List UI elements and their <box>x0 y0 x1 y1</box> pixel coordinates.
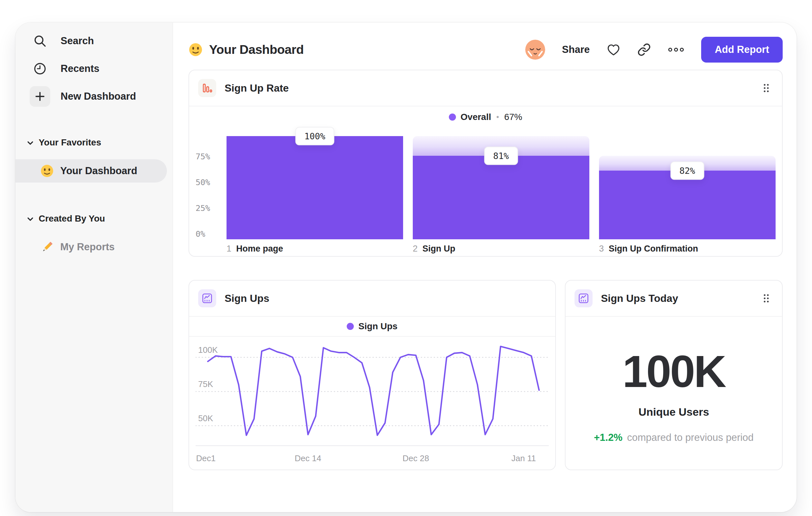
funnel-step-label: 1 Home page <box>227 244 403 254</box>
pencil-emoji <box>40 240 54 254</box>
bar-chart-icon <box>198 79 216 97</box>
line-x-axis: Dec1Dec 14Dec 28Jan 11 <box>196 449 549 467</box>
slightly-smiling-face-emoji <box>40 164 54 178</box>
funnel-chart: 75%50%25%0% 100% 1 Home page <box>189 136 782 254</box>
sign-ups-today-card: Sign Ups Today 100K Unique Users +1.2% c… <box>565 280 783 470</box>
sidebar-item-new-dashboard[interactable]: New Dashboard <box>16 83 172 110</box>
relieved-face-avatar[interactable] <box>525 40 545 60</box>
chevron-down-icon <box>27 214 33 224</box>
line-x-tick: Dec 28 <box>402 454 429 463</box>
dashboard-header: Your Dashboard Share Add Report <box>188 34 783 65</box>
kpi-value: 100K <box>622 349 725 394</box>
kpi-delta-value: +1.2% <box>594 432 622 443</box>
line-y-tick: 50K <box>198 413 213 424</box>
step-name: Sign Up <box>423 244 455 254</box>
funnel-value-tooltip: 100% <box>295 127 334 145</box>
sign-up-rate-card-header: Sign Up Rate <box>189 70 782 106</box>
sign-ups-card: Sign Ups Sign Ups 100K75K50K Dec1Dec 14D… <box>188 280 556 470</box>
step-name: Home page <box>236 244 283 254</box>
bottom-row: Sign Ups Sign Ups 100K75K50K Dec1Dec 14D… <box>188 280 783 470</box>
legend-separator: • <box>496 113 499 121</box>
step-index: 1 <box>227 244 231 254</box>
step-index: 3 <box>599 244 604 254</box>
funnel-y-tick: 25% <box>196 203 210 213</box>
line-legend[interactable]: Sign Ups <box>189 317 555 337</box>
sidebar-item-my-reports[interactable]: My Reports <box>16 236 167 259</box>
funnel-value-tooltip: 81% <box>484 146 518 165</box>
page-title: Your Dashboard <box>188 43 303 57</box>
legend-dot <box>347 323 354 330</box>
sign-ups-card-header: Sign Ups <box>189 280 555 317</box>
created-by-you-section-header[interactable]: Created By You <box>16 214 172 224</box>
funnel-step-label: 3 Sign Up Confirmation <box>599 244 776 254</box>
line-y-tick: 75K <box>198 379 213 389</box>
legend-label: Overall <box>460 112 491 122</box>
card-title: Sign Ups Today <box>601 293 678 304</box>
kpi-label: Unique Users <box>638 406 709 418</box>
link-icon[interactable] <box>637 43 651 56</box>
funnel-y-tick: 0% <box>196 229 205 239</box>
line-x-tick: Jan 11 <box>511 454 536 463</box>
drag-handle-icon[interactable] <box>759 291 773 306</box>
heart-icon[interactable] <box>606 43 620 56</box>
funnel-step-sign-up-confirmation[interactable]: 82% 3 Sign Up Confirmation <box>599 136 776 254</box>
sidebar-item-label: Your Dashboard <box>60 165 137 177</box>
sidebar-item-label: Recents <box>61 63 99 75</box>
sidebar-item-label: Search <box>61 35 94 47</box>
funnel-y-axis: 75%50%25%0% <box>196 136 217 239</box>
chevron-down-icon <box>27 137 33 148</box>
step-name: Sign Up Confirmation <box>609 244 698 254</box>
line-chart[interactable]: 100K75K50K <box>189 337 555 449</box>
sidebar-item-label: My Reports <box>60 241 115 253</box>
funnel-value-tooltip: 82% <box>671 162 704 180</box>
section-title: Your Favorites <box>39 137 101 148</box>
line-y-tick: 100K <box>198 345 218 355</box>
clock-icon <box>30 58 50 79</box>
main-content: Your Dashboard Share Add Report <box>173 23 796 512</box>
sign-ups-line <box>208 346 539 435</box>
step-index: 2 <box>413 244 417 254</box>
line-x-tick: Dec 14 <box>295 454 321 463</box>
ellipsis-icon[interactable] <box>668 47 685 52</box>
funnel-bar <box>227 136 403 239</box>
sign-up-rate-card: Sign Up Rate Overall • 67% 75%50%25%0% 1… <box>188 70 783 257</box>
drag-handle-icon[interactable] <box>759 81 773 96</box>
funnel-legend[interactable]: Overall • 67% <box>189 108 782 126</box>
sign-ups-today-card-header: Sign Ups Today <box>566 280 782 317</box>
kpi-delta: +1.2% compared to previous period <box>594 432 754 443</box>
funnel-step-sign-up[interactable]: 81% 2 Sign Up <box>413 136 589 254</box>
funnel-bar <box>599 171 776 239</box>
section-title: Created By You <box>39 214 105 224</box>
funnel-y-tick: 75% <box>196 152 210 161</box>
kpi-body: 100K Unique Users +1.2% compared to prev… <box>566 317 782 443</box>
line-chart-icon <box>198 289 216 307</box>
sidebar: Search Recents New Dashboard Your Favori… <box>16 23 173 512</box>
line-chart-icon <box>575 289 592 307</box>
page-title-text: Your Dashboard <box>209 43 303 57</box>
card-title: Sign Ups <box>225 293 269 304</box>
plus-icon <box>30 86 50 107</box>
funnel-step-home-page[interactable]: 100% 1 Home page <box>227 136 403 254</box>
legend-value: 67% <box>504 112 522 122</box>
sidebar-section-created-by-you: Created By You My Reports <box>16 214 172 259</box>
line-x-tick: Dec1 <box>196 454 216 463</box>
header-actions: Share Add Report <box>525 37 783 62</box>
share-button[interactable]: Share <box>562 44 590 55</box>
favorites-section-header[interactable]: Your Favorites <box>16 137 172 148</box>
card-title: Sign Up Rate <box>225 82 289 94</box>
kpi-delta-text: compared to previous period <box>627 432 754 443</box>
search-icon <box>30 31 50 51</box>
app-window: Search Recents New Dashboard Your Favori… <box>16 23 796 512</box>
funnel-step-label: 2 Sign Up <box>413 244 589 254</box>
sidebar-item-recents[interactable]: Recents <box>16 55 172 83</box>
sidebar-item-label: New Dashboard <box>61 91 136 102</box>
funnel-y-tick: 50% <box>196 178 210 187</box>
add-report-button[interactable]: Add Report <box>701 37 783 62</box>
legend-dot <box>449 113 456 120</box>
slightly-smiling-face-emoji <box>188 43 203 57</box>
sidebar-item-your-dashboard[interactable]: Your Dashboard <box>16 159 167 183</box>
sidebar-item-search[interactable]: Search <box>16 27 172 55</box>
funnel-bar <box>413 156 589 239</box>
legend-label: Sign Ups <box>358 321 397 331</box>
sidebar-section-favorites: Your Favorites Your Dashboard <box>16 137 172 183</box>
